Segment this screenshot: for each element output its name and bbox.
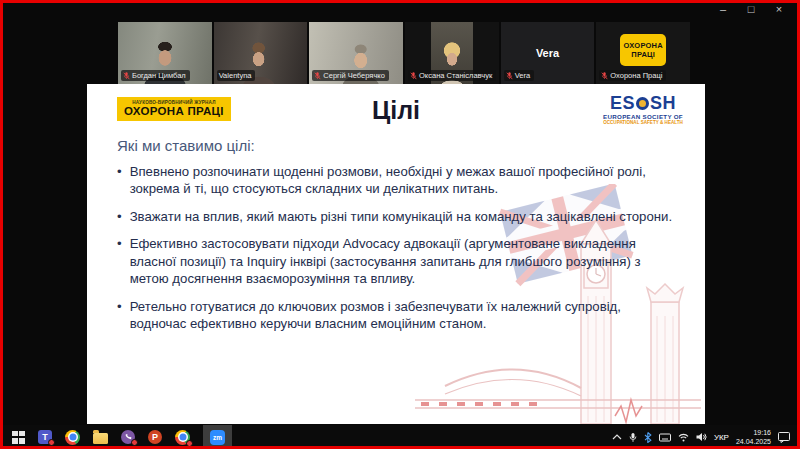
participant-name: Охорона Праці — [610, 71, 662, 80]
date: 24.04.2025 — [736, 437, 771, 446]
action-center-icon[interactable] — [778, 432, 790, 443]
participant-name-tag: Сергій Чеберячко — [312, 70, 389, 81]
file-explorer-button[interactable] — [93, 431, 108, 444]
windows-logo-icon — [12, 431, 25, 444]
bullet-text: Впевнено розпочинати щоденні розмови, не… — [130, 163, 675, 198]
participant-tile-serhii[interactable]: Сергій Чеберячко — [309, 22, 403, 84]
notification-badge — [48, 439, 55, 446]
esosh-text-right: SH — [650, 94, 676, 112]
bullet-item: Впевнено розпочинати щоденні розмови, не… — [117, 163, 675, 198]
okhorona-pratsi-avatar-logo: ОХОРОНА ПРАЦІ — [620, 34, 666, 66]
notification-badge — [186, 440, 193, 447]
participant-tile-okhorona-pratsi[interactable]: ОХОРОНА ПРАЦІ Охорона Праці — [596, 22, 690, 84]
esosh-wordmark: ES SH — [595, 94, 691, 112]
bullet-marker — [117, 235, 122, 287]
mic-muted-icon — [410, 72, 417, 80]
participant-name: Богдан Цимбал — [132, 71, 186, 80]
mic-muted-icon — [506, 72, 513, 80]
close-button[interactable]: × — [772, 3, 786, 15]
start-button[interactable] — [12, 431, 25, 444]
shared-presentation-slide: НАУКОВО-ВИРОБНИЧИЙ ЖУРНАЛ ОХОРОНА ПРАЦІ … — [87, 84, 705, 424]
bullet-marker — [117, 298, 122, 333]
teams-app-button[interactable]: T — [38, 430, 52, 444]
bullet-marker — [117, 163, 122, 198]
participant-name-tag: Оксана Станіславчук — [408, 70, 496, 81]
participant-name: Оксана Станіславчук — [419, 71, 492, 80]
taskbar-pinned-apps: T P zm — [0, 425, 232, 449]
bullet-marker — [117, 208, 122, 225]
system-tray: УКР 19:16 24.04.2025 — [612, 428, 800, 446]
bullet-text: Ретельно готуватися до ключових розмов і… — [130, 298, 675, 333]
bullet-item: Ретельно готуватися до ключових розмов і… — [117, 298, 675, 333]
time: 19:16 — [736, 428, 771, 437]
bullet-text: Ефективно застосовувати підходи Advocacy… — [130, 235, 675, 287]
viber-app-button[interactable] — [121, 430, 135, 444]
notification-badge — [131, 439, 138, 446]
bullet-text: Зважати на вплив, який мають різні типи … — [130, 208, 672, 225]
chrome-app-button-2[interactable] — [175, 430, 190, 445]
participant-name-tag: Богдан Цимбал — [121, 70, 190, 81]
mic-muted-icon — [314, 72, 321, 80]
mic-muted-icon — [123, 72, 130, 80]
participant-name-tag: Valentyna — [217, 70, 256, 81]
folder-icon — [93, 433, 108, 444]
participant-name: Valentyna — [219, 71, 252, 80]
logo-line: ОХОРОНА — [624, 41, 663, 50]
participant-tile-oksana[interactable]: Оксана Станіславчук — [405, 22, 499, 84]
windows-taskbar: T P zm УКР — [0, 425, 800, 449]
participant-name-tag: Охорона Праці — [599, 70, 666, 81]
participant-name-tag: Vera — [504, 70, 534, 81]
video-strip: Богдан Цимбал Valentyna Сергій Чеберячко… — [118, 22, 690, 84]
zoom-icon: zm — [210, 430, 225, 445]
slide-heading: Які ми ставимо цілі: — [117, 137, 255, 154]
language-indicator[interactable]: УКР — [714, 433, 729, 442]
input-device-icon[interactable] — [659, 433, 671, 442]
participant-tile-vera[interactable]: Vera Vera — [501, 22, 595, 84]
mic-muted-icon — [601, 72, 608, 80]
esosh-text-left: ES — [610, 94, 635, 112]
slide-bullet-list: Впевнено розпочинати щоденні розмови, не… — [117, 163, 675, 342]
esosh-logo: ES SH EUROPEAN SOCIETY OF OCCUPATIONAL S… — [595, 94, 691, 125]
logo-line: ПРАЦІ — [631, 50, 655, 59]
powerpoint-icon: P — [148, 430, 162, 444]
wifi-icon[interactable] — [678, 433, 689, 442]
taskbar-clock[interactable]: 19:16 24.04.2025 — [736, 428, 771, 446]
window-controls: – □ × — [716, 3, 786, 15]
bullet-item: Зважати на вплив, який мають різні типи … — [117, 208, 675, 225]
volume-icon[interactable] — [696, 432, 707, 442]
bluetooth-icon[interactable] — [644, 432, 652, 443]
esosh-subtitle-2: OCCUPATIONAL SAFETY & HEALTH — [595, 120, 691, 125]
powerpoint-app-button[interactable]: P — [148, 430, 162, 444]
zoom-app-button-active[interactable]: zm — [203, 425, 232, 449]
chrome-app-button[interactable] — [65, 430, 80, 445]
minimize-button[interactable]: – — [716, 3, 730, 15]
participant-name: Сергій Чеберячко — [323, 71, 385, 80]
esosh-subtitle-1: EUROPEAN SOCIETY OF — [595, 113, 691, 120]
microphone-icon[interactable] — [629, 432, 637, 443]
participant-tile-bohdan[interactable]: Богдан Цимбал — [118, 22, 212, 84]
esosh-globe-icon — [636, 97, 649, 110]
tray-expand-chevron-icon[interactable] — [612, 434, 622, 440]
maximize-button[interactable]: □ — [744, 3, 758, 15]
bullet-item: Ефективно застосовувати підходи Advocacy… — [117, 235, 675, 287]
participant-tile-valentyna-active-speaker[interactable]: Valentyna — [214, 22, 308, 84]
chrome-icon — [65, 430, 80, 445]
participant-name: Vera — [515, 71, 530, 80]
